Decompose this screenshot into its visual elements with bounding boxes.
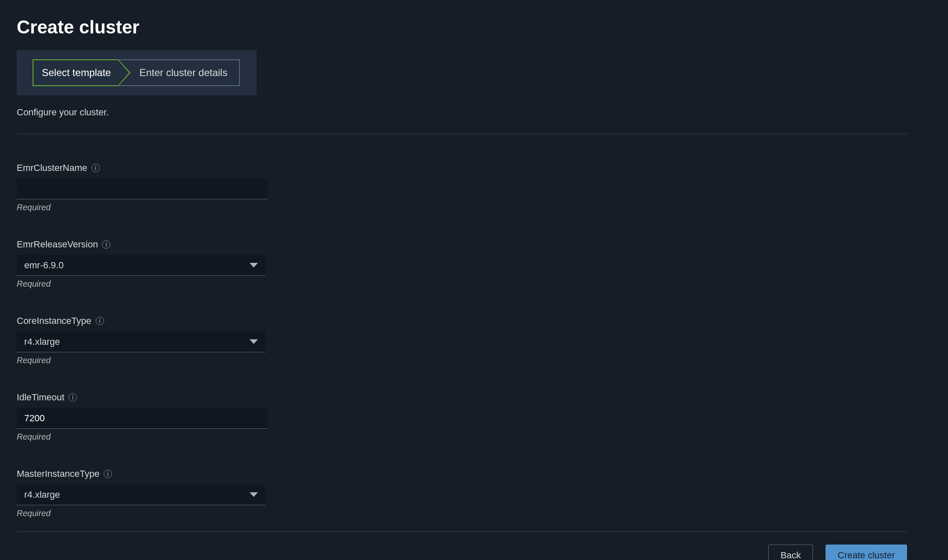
- info-icon[interactable]: i: [92, 164, 100, 172]
- field-label: EmrReleaseVersion: [17, 239, 98, 250]
- helper-text: Required: [17, 509, 907, 518]
- helper-text: Required: [17, 203, 907, 212]
- info-icon[interactable]: i: [104, 470, 112, 478]
- wizard-steps: Select template Enter cluster details: [17, 50, 257, 95]
- info-icon[interactable]: i: [102, 240, 110, 249]
- select-value: emr-6.9.0: [24, 260, 64, 271]
- chevron-down-icon: [250, 263, 258, 267]
- field-label: EmrClusterName: [17, 163, 87, 173]
- info-icon[interactable]: i: [96, 317, 104, 325]
- create-cluster-button[interactable]: Create cluster: [826, 545, 907, 560]
- chevron-down-icon: [250, 339, 258, 344]
- divider: [17, 532, 907, 532]
- chevron-down-icon: [250, 492, 258, 497]
- field-emr-cluster-name: EmrClusterName i Required: [17, 163, 907, 212]
- field-label: IdleTimeout: [17, 392, 64, 403]
- divider: [17, 134, 907, 134]
- field-idle-timeout: IdleTimeout i Required: [17, 392, 907, 442]
- select-value: r4.xlarge: [24, 489, 60, 500]
- field-emr-release-version: EmrReleaseVersion i emr-6.9.0 Required: [17, 239, 907, 289]
- back-button[interactable]: Back: [768, 545, 813, 560]
- helper-text: Required: [17, 432, 907, 442]
- page-subtext: Configure your cluster.: [17, 107, 907, 118]
- select-value: r4.xlarge: [24, 336, 60, 347]
- emr-cluster-name-input[interactable]: [17, 178, 268, 199]
- field-label: MasterInstanceType: [17, 468, 99, 479]
- button-row: Back Create cluster: [17, 545, 907, 560]
- page-title: Create cluster: [17, 17, 907, 38]
- field-core-instance-type: CoreInstanceType i r4.xlarge Required: [17, 316, 907, 365]
- wizard-step-label: Select template: [42, 67, 111, 79]
- helper-text: Required: [17, 279, 907, 289]
- core-instance-type-select[interactable]: r4.xlarge: [17, 331, 265, 352]
- emr-release-version-select[interactable]: emr-6.9.0: [17, 255, 265, 276]
- info-icon[interactable]: i: [69, 393, 77, 402]
- field-master-instance-type: MasterInstanceType i r4.xlarge Required: [17, 468, 907, 518]
- wizard-step-select-template[interactable]: Select template: [33, 59, 118, 86]
- wizard-step-label: Enter cluster details: [139, 67, 227, 79]
- field-label: CoreInstanceType: [17, 316, 92, 326]
- wizard-step-enter-cluster-details[interactable]: Enter cluster details: [117, 59, 240, 86]
- idle-timeout-input[interactable]: [17, 408, 268, 429]
- master-instance-type-select[interactable]: r4.xlarge: [17, 484, 265, 505]
- helper-text: Required: [17, 356, 907, 365]
